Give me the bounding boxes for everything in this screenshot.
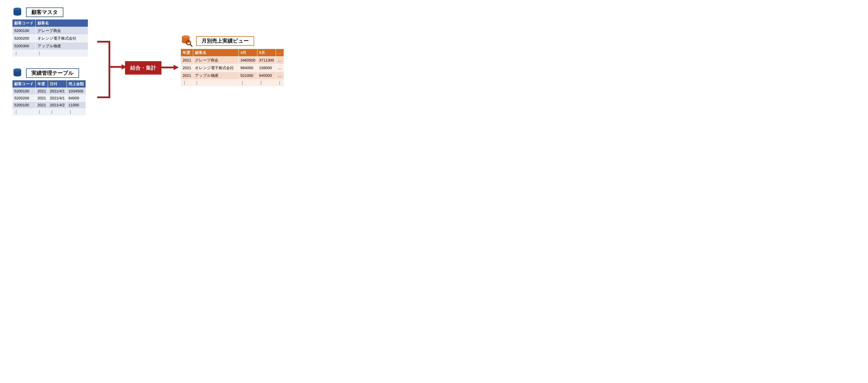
col-header: 顧客コード xyxy=(12,19,36,27)
col-header: 日付 xyxy=(48,80,67,88)
monthly-view-title: 月別売上実績ビュー xyxy=(196,36,254,46)
col-header: 顧客名 xyxy=(36,19,88,27)
arrow-right xyxy=(161,63,181,72)
table-row: 520020020212021/4/164000 xyxy=(12,95,86,102)
diagram-canvas: 顧客マスタ 顧客コード 顧客名 5200100グレープ商会 5200200オレン… xyxy=(7,7,302,127)
results-table: 顧客コード 年度 日付 売上金額 520010020212021/4/11034… xyxy=(12,80,86,116)
database-search-icon xyxy=(181,35,193,47)
monthly-view-table: 年度 顧客名 4月 5月 … 2021グレープ商会34605003711300…… xyxy=(181,49,284,87)
customer-master-table: 顧客コード 顧客名 5200100グレープ商会 5200200オレンジ電子株式会… xyxy=(12,19,88,57)
table-row: 2021アップル物産521000940000… xyxy=(181,72,284,80)
table-row: ⋮⋮⋮⋮⋮ xyxy=(181,80,284,86)
col-header: 顧客コード xyxy=(12,80,36,88)
table-row: 520010020212021/4/211000 xyxy=(12,102,86,109)
database-icon xyxy=(12,68,23,78)
results-table-title: 実績管理テーブル xyxy=(26,68,79,78)
table-row: 5200300アップル物産 xyxy=(12,42,88,50)
table-row: 5200200オレンジ電子株式会社 xyxy=(12,35,88,42)
col-header: 5月 xyxy=(257,49,276,57)
svg-marker-6 xyxy=(174,65,179,70)
table-row: ⋮⋮⋮⋮ xyxy=(12,109,86,116)
table-row: 5200100グレープ商会 xyxy=(12,27,88,35)
svg-point-1 xyxy=(13,8,21,10)
col-header: 顧客名 xyxy=(193,49,239,57)
customer-master-title: 顧客マスタ xyxy=(26,7,63,17)
svg-line-10 xyxy=(190,44,192,46)
table-row: 2021グレープ商会34605003711300… xyxy=(181,57,284,64)
results-table-group: 実績管理テーブル 顧客コード 年度 日付 売上金額 52001002021202… xyxy=(12,68,86,116)
table-row: 520010020212021/4/11034500 xyxy=(12,88,86,95)
merge-label: 結合・集計 xyxy=(125,61,161,75)
col-header: 4月 xyxy=(239,49,257,57)
table-row: 2021オレンジ電子株式会社984000158000… xyxy=(181,64,284,72)
col-header: … xyxy=(276,49,284,57)
table-row: ⋮⋮ xyxy=(12,50,88,57)
customer-master-group: 顧客マスタ 顧客コード 顧客名 5200100グレープ商会 5200200オレン… xyxy=(12,7,88,57)
col-header: 売上金額 xyxy=(67,80,86,88)
col-header: 年度 xyxy=(36,80,48,88)
svg-point-8 xyxy=(182,35,190,38)
merge-aggregate-box: 結合・集計 xyxy=(125,61,161,75)
svg-point-3 xyxy=(13,68,21,71)
col-header: 年度 xyxy=(181,49,193,57)
monthly-view-group: 月別売上実績ビュー 年度 顧客名 4月 5月 … 2021グレープ商会34605… xyxy=(181,35,284,87)
database-icon xyxy=(12,7,23,18)
